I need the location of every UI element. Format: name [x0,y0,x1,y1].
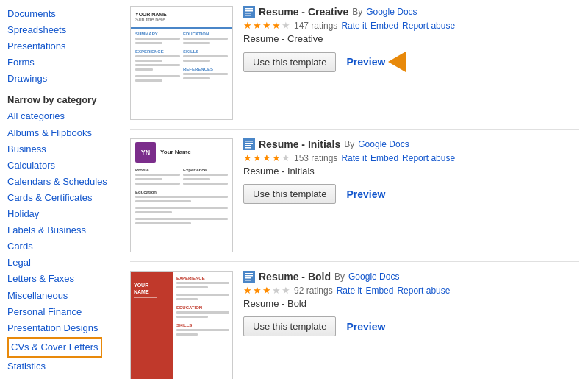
thumb-name: Your Name [160,149,191,155]
sidebar-nav-presentations[interactable]: Presentations [7,38,113,54]
star4: ★ [272,20,281,31]
sidebar-cat-cvs-link[interactable]: CVs & Cover Letters [11,339,98,355]
svg-rect-6 [245,141,253,142]
use-template-btn-initials[interactable]: Use this template [243,184,336,204]
rate-link-initials[interactable]: Rate it [341,153,367,163]
star4: ★ [272,285,281,296]
author-link-initials[interactable]: Google Docs [358,139,409,149]
report-link-creative[interactable]: Report abuse [402,21,455,31]
orange-arrow-creative [388,52,406,72]
thumb-initials-sections: Profile Experience [135,168,228,187]
button-row-creative: Use this template Preview [243,52,579,72]
sidebar-cat-holiday[interactable]: Holiday [7,206,113,222]
star3: ★ [262,285,271,296]
embed-link-creative[interactable]: Embed [370,21,398,31]
button-row-initials: Use this template Preview [243,184,579,204]
use-template-btn-creative[interactable]: Use this template [243,52,336,72]
stars-creative: ★ ★ ★ ★ ★ [243,20,290,31]
svg-rect-7 [245,143,253,144]
stars-bold: ★ ★ ★ ★ ★ [243,285,290,296]
sidebar-cat-students[interactable]: Students & Teachers [7,375,113,379]
sidebar: Documents Spreadsheets Presentations For… [0,0,121,379]
svg-rect-4 [245,15,251,16]
thumbnail-initials: YN Your Name Profile Experience [130,138,233,252]
template-info-creative: Resume - Creative By Google Docs ★ ★ ★ ★… [243,6,579,72]
svg-rect-14 [245,280,251,281]
thumb-col-a: Profile [135,168,180,187]
star5: ★ [282,152,290,163]
embed-link-initials[interactable]: Embed [370,153,398,163]
svg-rect-3 [245,13,251,14]
title-row-initials: Resume - Initials By Google Docs [243,138,579,150]
stars-row-initials: ★ ★ ★ ★ ★ 153 ratings Rate it Embed Repo… [243,152,579,163]
thumb-bold-right: EXPERIENCE EDUCATION SKILLS [173,272,232,379]
title-row-bold: Resume - Bold By Google Docs [243,271,579,283]
stars-row-bold: ★ ★ ★ ★ ★ 92 ratings Rate it Embed Repor… [243,285,579,296]
report-link-bold[interactable]: Report abuse [397,286,450,296]
main-content: YOUR NAMESub title here SUMMARY EXPERIEN… [121,0,588,379]
svg-rect-8 [245,145,251,146]
sidebar-nav-spreadsheets[interactable]: Spreadsheets [7,22,113,38]
sidebar-cat-calculators[interactable]: Calculators [7,157,113,174]
svg-rect-13 [245,277,251,279]
report-link-initials[interactable]: Report abuse [402,153,455,163]
embed-link-bold[interactable]: Embed [365,286,393,296]
author-link-creative[interactable]: Google Docs [366,7,417,17]
use-template-btn-bold[interactable]: Use this template [243,316,336,336]
template-info-bold: Resume - Bold By Google Docs ★ ★ ★ ★ ★ 9… [243,271,579,336]
button-row-bold: Use this template Preview [243,316,579,336]
sidebar-cat-legal[interactable]: Legal [7,255,113,271]
sidebar-cat-calendars[interactable]: Calendars & Schedules [7,174,113,190]
template-item-initials: YN Your Name Profile Experience [130,138,579,262]
star1: ★ [243,20,252,31]
sidebar-cat-finance[interactable]: Personal Finance [7,304,113,320]
star2: ★ [253,152,262,163]
sidebar-cat-misc[interactable]: Miscellaneous [7,288,113,304]
preview-link-bold[interactable]: Preview [346,321,385,333]
thumb-col-right: EDUCATION SKILLS REFERENCES [183,32,228,84]
svg-rect-12 [245,275,253,277]
sidebar-cat-cards[interactable]: Cards & Certificates [7,190,113,206]
thumbnail-bold: YOURNAME EXPERIENCE EDUCATION SKILLS [130,271,233,379]
stars-row-creative: ★ ★ ★ ★ ★ 147 ratings Rate it Embed Repo… [243,20,579,31]
template-name-bold: Resume - Bold [259,271,331,283]
svg-rect-10 [244,271,254,283]
sidebar-cat-letters[interactable]: Letters & Faxes [7,271,113,287]
title-row-creative: Resume - Creative By Google Docs [243,6,579,18]
by-text-creative: By [352,7,362,17]
sidebar-nav-drawings[interactable]: Drawings [7,71,113,87]
thumb-creative-body: SUMMARY EXPERIENCE EDUCATION [131,29,232,87]
thumbnail-creative: YOUR NAMESub title here SUMMARY EXPERIEN… [130,6,233,120]
yn-badge: YN [135,142,156,163]
sidebar-cat-presentation-designs[interactable]: Presentation Designs [7,320,113,336]
thumb-col-left: SUMMARY EXPERIENCE [135,32,180,84]
sidebar-nav-forms[interactable]: Forms [7,54,113,71]
desc-creative: Resume - Creative [243,33,579,44]
sidebar-cat-cvs-active[interactable]: CVs & Cover Letters [7,337,102,358]
ratings-initials: 153 ratings [294,153,337,163]
author-link-bold[interactable]: Google Docs [348,272,399,282]
sidebar-cat-labels[interactable]: Labels & Business Cards [7,222,113,255]
sidebar-cat-all[interactable]: All categories [7,108,113,124]
sidebar-cat-business[interactable]: Business [7,141,113,157]
narrow-by-category-title: Narrow by category [7,94,113,105]
sidebar-cat-albums[interactable]: Albums & Flipbooks [7,125,113,141]
thumb-initials-body: Profile Experience Education [131,165,232,230]
ratings-creative: 147 ratings [294,21,337,31]
doc-icon-bold [243,271,255,283]
thumb-col-b: Experience [183,168,228,187]
svg-rect-11 [245,273,253,274]
star3: ★ [262,20,271,31]
rate-link-creative[interactable]: Rate it [341,21,367,31]
star5: ★ [282,285,290,296]
doc-icon-initials [243,138,255,150]
desc-bold: Resume - Bold [243,298,579,309]
preview-link-creative[interactable]: Preview [346,56,385,68]
by-text-bold: By [334,272,345,282]
template-item-creative: YOUR NAMESub title here SUMMARY EXPERIEN… [130,6,579,130]
svg-rect-0 [244,6,254,18]
rate-link-bold[interactable]: Rate it [337,286,362,296]
sidebar-nav-documents[interactable]: Documents [7,6,113,22]
preview-link-initials[interactable]: Preview [346,188,385,200]
sidebar-cat-statistics[interactable]: Statistics [7,358,113,375]
